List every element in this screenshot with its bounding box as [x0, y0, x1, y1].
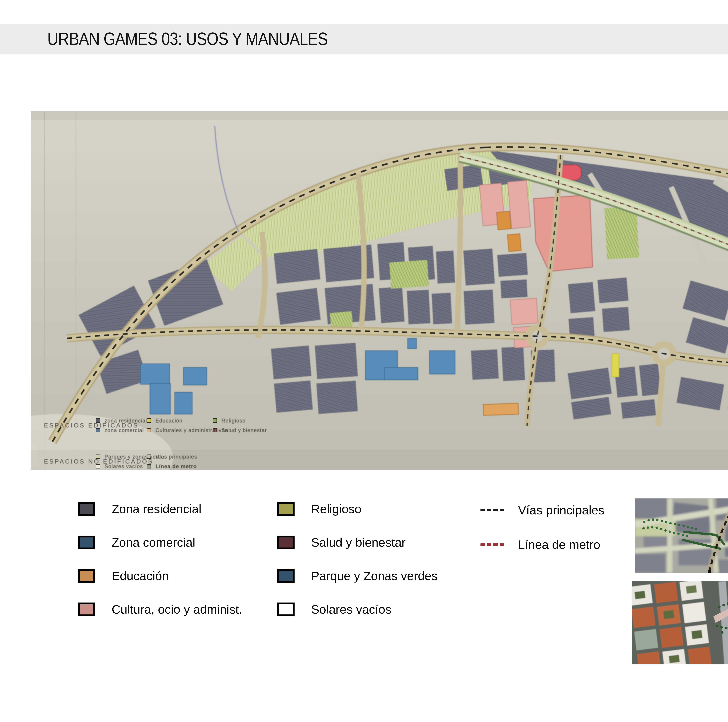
legend-label: Vías principales	[518, 503, 604, 517]
legend-label: Cultura, ocio y administ.	[112, 603, 242, 616]
legend-swatch-religioso	[277, 502, 295, 516]
legend-swatch-solares	[277, 603, 295, 616]
legend-swatch-zona-residencial	[78, 502, 95, 516]
aerial-photo-inset	[632, 582, 728, 664]
sketch-legend-item: Salud y bienestar	[222, 427, 267, 433]
legend-label: Zona residencial	[112, 502, 201, 516]
vias-dash-icon	[480, 509, 504, 511]
legend-swatch-cultura	[78, 603, 95, 616]
sketch-legend-item: Religioso	[222, 418, 246, 424]
vignette	[31, 450, 728, 470]
hand-drawn-map-photo: ESPACIOS EDIFICADOS ESPACIOS NO EDIFICAD…	[31, 111, 728, 470]
legend-label: Solares vacíos	[311, 603, 392, 616]
legend-swatch-zona-comercial	[78, 536, 95, 550]
legend-label: Educación	[112, 569, 169, 583]
sketch-legend-item: Culturales y administrativos	[156, 427, 228, 433]
legend-label: Religioso	[311, 502, 361, 516]
legend-label: Zona comercial	[112, 536, 195, 550]
religioso-block	[612, 354, 619, 377]
page-title: URBAN GAMES 03: USOS Y MANUALES	[0, 24, 728, 54]
legend-swatch-educacion	[78, 569, 95, 583]
legend-swatch-salud	[277, 536, 295, 550]
legend-label: Salud y bienestar	[311, 536, 406, 550]
sketch-legend-item: zona residencial	[104, 418, 147, 424]
legend-label: Línea de metro	[518, 538, 600, 552]
sketch-detail-inset	[635, 498, 728, 573]
sketch-legend-item: zona comercial	[104, 427, 144, 433]
map-drawing: ESPACIOS EDIFICADOS ESPACIOS NO EDIFICAD…	[31, 111, 728, 470]
legend-label: Parque y Zonas verdes	[311, 569, 437, 583]
sketch-legend-item: Educación	[156, 418, 183, 424]
metro-dash-icon	[480, 543, 504, 546]
title-band: URBAN GAMES 03: USOS Y MANUALES	[0, 24, 728, 54]
legend-swatch-parque	[277, 569, 295, 583]
